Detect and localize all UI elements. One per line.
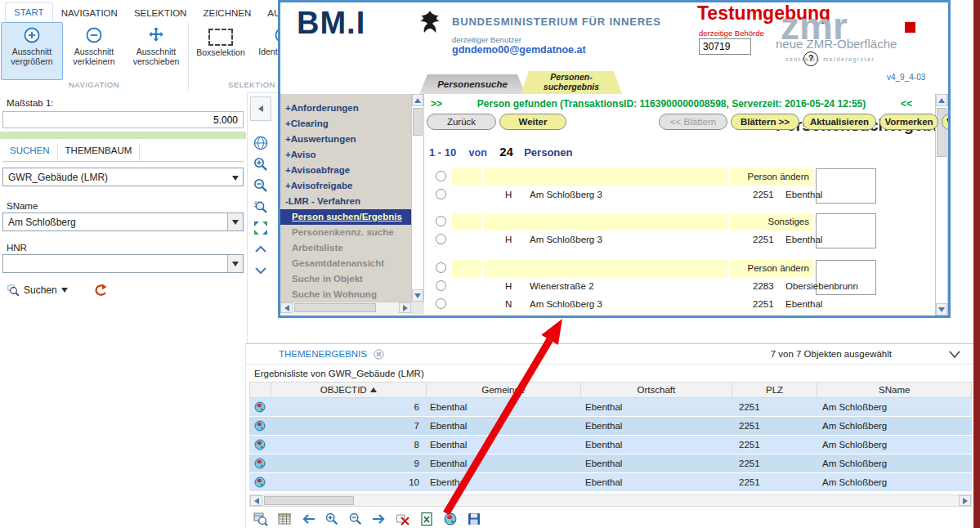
menu-auswertungen[interactable]: +Auswertungen xyxy=(280,132,411,147)
next-record-button[interactable] xyxy=(371,512,387,527)
scroll-down-button[interactable] xyxy=(412,289,423,302)
save-button[interactable] xyxy=(466,512,481,527)
sname-combobox[interactable]: Am Schloßberg xyxy=(2,213,244,231)
person-radio[interactable] xyxy=(436,216,446,226)
street: Am Schloßberg 3 xyxy=(530,186,602,204)
red-x-icon xyxy=(396,512,410,526)
tab-suchen[interactable]: SUCHEN xyxy=(2,143,58,161)
menu-anforderungen[interactable]: +Anforderungen xyxy=(280,101,411,116)
undo-button[interactable] xyxy=(92,283,109,298)
address-radio[interactable] xyxy=(436,234,446,244)
bookmark-button[interactable]: Vormerken xyxy=(879,114,938,130)
scroll-up-button[interactable] xyxy=(251,239,271,259)
menu-gesamtdatenansicht[interactable]: Gesamtdatenansicht xyxy=(280,256,411,271)
ribbon-tab-selektion[interactable]: SELEKTION xyxy=(126,4,195,22)
address-radio[interactable] xyxy=(436,280,446,291)
zmr-window: BM.I BUNDESMINISTERIUM FÜR INNERES derze… xyxy=(278,0,951,318)
menu-personenkennz-suche[interactable]: Personenkennz. suche xyxy=(280,225,411,240)
ribbon-tab-start[interactable]: START xyxy=(5,2,53,22)
menu-avisofreigabe[interactable]: +Avisofreigabe xyxy=(280,178,411,194)
tab-themenergebnis[interactable]: THEMENERGEBNIS xyxy=(279,349,367,359)
export-excel-button[interactable] xyxy=(418,512,434,527)
cell-plz: 2251 xyxy=(732,459,818,468)
menu-vertical-scrollbar[interactable] xyxy=(411,94,424,302)
scroll-down-button[interactable] xyxy=(251,261,271,280)
zoom-out-tool-button[interactable] xyxy=(251,176,271,195)
table-row[interactable]: 8 Ebenthal Ebenthal 2251 Am Schloßberg xyxy=(249,436,972,454)
attribute-table-button[interactable] xyxy=(276,512,292,527)
tab-themenbaum[interactable]: THEMENBAUM xyxy=(58,143,141,161)
header-plz[interactable]: PLZ xyxy=(732,383,818,397)
previous-record-button[interactable] xyxy=(300,512,315,527)
header-sname[interactable]: SName xyxy=(817,383,971,397)
clear-selection-button[interactable] xyxy=(395,512,410,527)
menu-lmr-verfahren[interactable]: -LMR - Verfahren xyxy=(280,194,411,209)
table-row[interactable]: 9 Ebenthal Ebenthal 2251 Am Schloßberg xyxy=(249,454,972,473)
address-radio[interactable] xyxy=(436,189,446,199)
zoom-out-record-button[interactable] xyxy=(347,512,363,527)
horizontal-scrollbar[interactable] xyxy=(249,494,972,507)
collapse-results-button[interactable] xyxy=(949,351,960,358)
authority-input[interactable] xyxy=(699,38,751,55)
layer-select[interactable]: GWR_Gebäude (LMR) xyxy=(2,168,244,186)
menu-suche-in-objekt[interactable]: Suche in Objekt xyxy=(280,271,411,287)
box-selection-button[interactable]: Boxselektion xyxy=(190,22,252,80)
scrollbar-thumb[interactable] xyxy=(294,303,376,312)
zoom-window-tool-button[interactable] xyxy=(251,197,271,217)
menu-clearing[interactable]: +Clearing xyxy=(280,116,411,132)
triangle-up-icon xyxy=(414,98,421,103)
menu-arbeitsliste[interactable]: Arbeitsliste xyxy=(280,240,411,256)
page-previous-button[interactable]: << Blättern xyxy=(659,114,727,130)
tab-personensuchergebnis[interactable]: Personen- suchergebnis xyxy=(521,71,622,94)
pan-extent-button[interactable]: Ausschnitt verschieben xyxy=(125,22,187,80)
scroll-right-button[interactable] xyxy=(959,495,971,506)
tab-personensuche[interactable]: Personensuche xyxy=(419,74,526,94)
table-row[interactable]: 7 Ebenthal Ebenthal 2251 Am Schloßberg xyxy=(249,417,972,436)
zoom-to-selection-button[interactable] xyxy=(253,512,268,527)
full-globe-button[interactable] xyxy=(251,133,271,153)
ribbon-tab-navigation[interactable]: NAVIGATION xyxy=(53,4,126,22)
person-radio[interactable] xyxy=(436,262,446,273)
person-radio[interactable] xyxy=(436,171,446,181)
scroll-left-button[interactable] xyxy=(280,302,293,313)
hnr-combobox[interactable] xyxy=(2,254,244,273)
menu-suche-in-wohnung[interactable]: Suche in Wohnung xyxy=(280,287,411,302)
menu-aviso[interactable]: +Aviso xyxy=(280,147,411,163)
table-row[interactable]: 10 Ebenthal Ebenthal 2251 Am Schloßberg xyxy=(249,473,972,492)
zoom-in-tool-button[interactable] xyxy=(251,154,271,174)
zmr-globe-button[interactable] xyxy=(442,512,458,527)
search-button[interactable]: Suchen xyxy=(2,281,73,300)
identify-button[interactable]: Identifizieren xyxy=(252,22,281,80)
cell-objectid: 6 xyxy=(271,402,426,412)
scroll-right-button[interactable] xyxy=(399,302,411,313)
scroll-up-button[interactable] xyxy=(936,94,947,106)
menu-horizontal-scrollbar[interactable] xyxy=(280,302,411,315)
zoom-extent-out-button[interactable]: Ausschnitt verkleinern xyxy=(63,22,125,80)
next-button[interactable]: Weiter xyxy=(499,114,566,130)
scroll-down-button[interactable] xyxy=(936,303,947,315)
menu-person-suchen-ergebnis[interactable]: Person suchen/Ergebnis xyxy=(280,209,411,225)
page-next-button[interactable]: Blättern >> xyxy=(731,114,799,130)
scroll-up-button[interactable] xyxy=(412,94,423,106)
combo-dropdown-button[interactable] xyxy=(227,255,243,272)
results-tabbar: THEMENERGEBNIS 7 von 7 Objekten ausgewäh… xyxy=(246,344,973,365)
header-ortschaft[interactable]: Ortschaft xyxy=(581,383,732,397)
header-gemeinde[interactable]: Gemeinde xyxy=(427,383,582,397)
zoom-extent-in-button[interactable]: Ausschnitt vergrößern xyxy=(1,22,63,80)
menu-avisoabfrage[interactable]: +Avisoabfrage xyxy=(280,163,411,178)
ribbon-tab-zeichnen[interactable]: ZEICHNEN xyxy=(195,4,259,22)
zoom-in-record-button[interactable] xyxy=(324,512,339,527)
refresh-button[interactable]: Aktualisieren xyxy=(803,114,876,130)
table-row[interactable]: 6 Ebenthal Ebenthal 2251 Am Schloßberg xyxy=(249,398,972,417)
collapse-panel-button[interactable] xyxy=(250,96,271,121)
scrollbar-thumb[interactable] xyxy=(264,496,354,505)
header-objectid[interactable]: OBJECTID xyxy=(271,383,427,397)
combo-dropdown-button[interactable] xyxy=(227,213,243,230)
close-tab-button[interactable] xyxy=(374,349,384,360)
scroll-left-button[interactable] xyxy=(250,495,262,506)
full-extent-tool-button[interactable] xyxy=(251,218,271,238)
scrollbar-thumb[interactable] xyxy=(413,108,423,136)
back-button[interactable]: Zurück xyxy=(427,114,496,130)
address-radio[interactable] xyxy=(436,298,446,309)
scale-input[interactable] xyxy=(2,111,244,128)
